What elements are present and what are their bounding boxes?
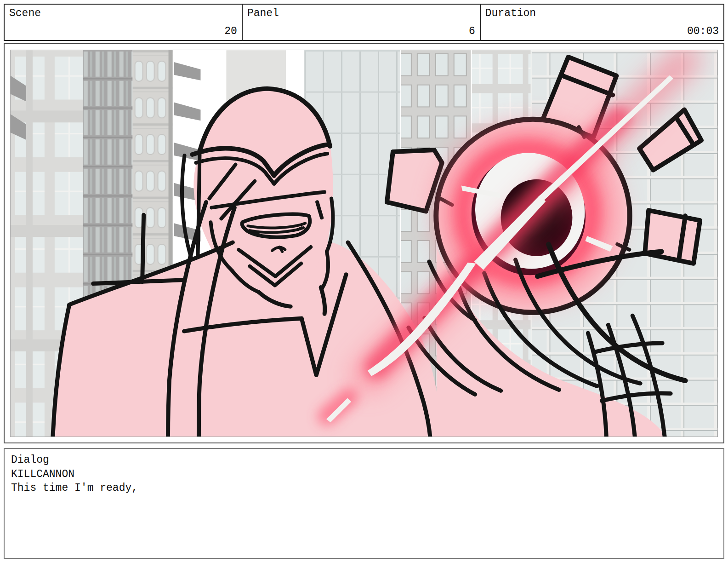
storyboard-art	[11, 50, 717, 437]
prong-right	[645, 210, 700, 263]
panel-label: Panel	[247, 6, 475, 20]
panel-value: 6	[469, 25, 475, 37]
duration-label: Duration	[485, 6, 719, 20]
duration-field[interactable]: Duration 00:03	[481, 5, 723, 40]
dialog-text: This time I'm ready,	[11, 481, 717, 495]
storyboard-image	[10, 50, 718, 437]
dialog-box[interactable]: Dialog KILLCANNON This time I'm ready,	[4, 448, 724, 559]
dialog-speaker: KILLCANNON	[11, 467, 717, 481]
scene-value: 20	[224, 25, 237, 37]
scene-label: Scene	[9, 6, 237, 20]
panel-field[interactable]: Panel 6	[243, 5, 481, 40]
duration-value: 00:03	[687, 25, 719, 37]
storyboard-image-frame	[4, 43, 724, 443]
storyboard-page: Scene 20 Panel 6 Duration 00:03	[0, 0, 728, 563]
panel-header: Scene 20 Panel 6 Duration 00:03	[4, 4, 724, 41]
dialog-label: Dialog	[11, 453, 717, 467]
scene-field[interactable]: Scene 20	[5, 5, 243, 40]
